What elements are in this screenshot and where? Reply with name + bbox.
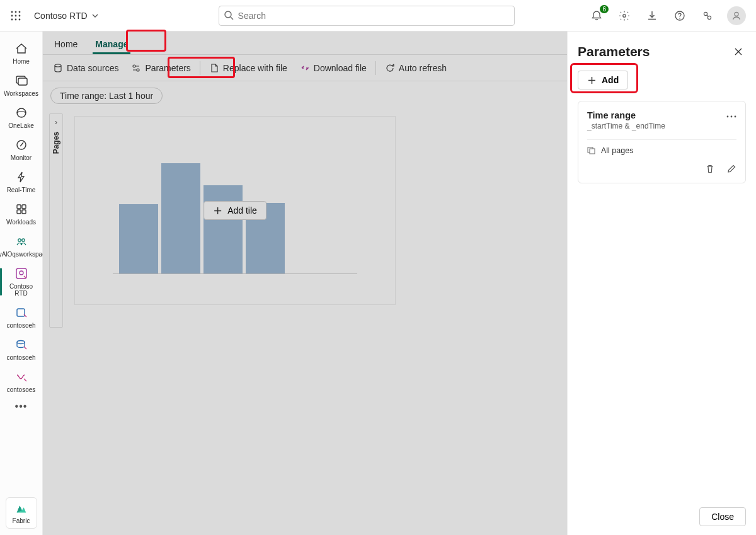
panel-close-button[interactable] [731,44,746,59]
svg-point-31 [55,64,61,67]
nav-home[interactable]: Home [3,38,40,69]
nav-label: Workloads [6,219,36,226]
bolt-icon [14,170,28,184]
nav-contosoes[interactable]: contosoes [3,366,40,397]
nav-realtime[interactable]: Real-Time [3,166,40,197]
parameters-icon [131,63,141,73]
svg-point-34 [727,116,729,118]
svg-point-6 [11,18,13,20]
search-icon [224,10,234,23]
notifications-icon[interactable]: 6 [588,8,605,24]
nav-onelake[interactable]: OneLake [3,102,40,133]
feedback-icon[interactable] [699,8,716,24]
svg-point-32 [133,65,135,67]
top-right: 6 [588,6,750,25]
nav-workspaces[interactable]: Workspaces [3,70,40,101]
nav-label: OneLake [8,122,34,129]
chevron-down-icon [91,12,99,20]
svg-rect-29 [17,309,25,316]
user-avatar[interactable] [727,6,746,25]
settings-icon[interactable] [616,8,633,24]
chart-bar [203,185,243,273]
cmd-replace-file[interactable]: Replace with file [203,59,294,77]
svg-point-15 [707,16,711,19]
svg-point-8 [19,18,21,20]
parameter-scope: All pages [587,146,736,155]
svg-point-16 [735,12,738,16]
delete-parameter-button[interactable] [705,164,715,176]
fabric-tile[interactable]: Fabric [6,497,37,529]
nav-label: myAlOqsworkspace [0,251,49,258]
svg-rect-24 [22,210,26,214]
onelake-icon [14,106,28,120]
database-icon [53,63,63,73]
nav-label: contosoeh [6,354,35,361]
workspaces-icon [14,74,28,88]
tab-manage[interactable]: Manage [93,35,130,54]
svg-point-7 [15,18,17,20]
svg-rect-22 [22,205,26,209]
nav-workloads[interactable]: Workloads [3,198,40,229]
edit-parameter-button[interactable] [726,164,736,176]
home-icon [14,42,28,55]
edit-icon [726,164,736,174]
separator [200,61,200,75]
nav-label: contosoes [7,386,36,393]
pages-label: Pages [52,132,60,154]
cmd-data-sources[interactable]: Data sources [47,59,125,77]
panel-close-footer-button[interactable]: Close [699,507,746,526]
card-more-button[interactable] [726,109,736,120]
nav-contoso-rtd[interactable]: Contoso RTD [3,263,40,301]
add-parameter-button[interactable]: Add [578,71,628,89]
svg-point-25 [18,239,20,241]
nav-myworkspace[interactable]: myAlOqsworkspace [3,231,40,262]
plus-icon [213,206,222,216]
nav-contosoeh-2[interactable]: contosoeh [3,334,40,365]
nav-contosoeh-1[interactable]: contosoeh [3,302,40,333]
svg-point-33 [137,69,139,71]
add-tile-button[interactable]: Add tile [203,201,266,220]
refresh-icon [385,63,395,73]
nav-label: Monitor [11,154,32,161]
download-icon[interactable] [644,8,660,24]
tab-home[interactable]: Home [52,35,80,54]
svg-point-14 [704,12,707,15]
workloads-icon [14,202,28,216]
cmd-download-file[interactable]: Download file [294,59,373,77]
pages-icon [587,147,596,154]
app-launcher-icon[interactable] [6,6,25,25]
time-range-pill[interactable]: Time range: Last 1 hour [50,88,163,104]
svg-point-0 [11,11,13,13]
svg-point-13 [679,18,680,19]
plus-icon [587,76,597,85]
chevron-right-icon: › [55,118,57,127]
kqldb-icon [14,338,28,352]
cmd-auto-refresh[interactable]: Auto refresh [379,59,453,77]
nav-more[interactable]: ••• [15,401,28,412]
nav-monitor[interactable]: Monitor [3,134,40,165]
help-icon[interactable] [672,8,688,24]
svg-rect-38 [590,149,595,154]
fabric-icon [14,502,28,516]
search-input[interactable] [219,6,515,26]
search-wrap [219,6,515,26]
svg-point-36 [735,116,736,118]
more-icon [726,115,736,118]
svg-point-35 [731,116,733,118]
cmd-parameters[interactable]: Parameters [125,59,197,77]
dashboard-tile: Add tile [74,116,396,305]
workspace-name: Contoso RTD [34,11,88,21]
pages-rail[interactable]: › Pages [49,113,63,328]
dashboard-icon [14,267,28,280]
trash-icon [705,164,715,174]
nav-label: Workspaces [4,90,38,97]
svg-point-1 [15,11,17,13]
parameters-panel: Parameters Add Time range _startTime & _… [567,32,756,535]
nav-label: Contoso RTD [3,283,40,297]
svg-point-28 [20,271,23,275]
parameter-name: Time range [587,110,736,120]
chart-bar [161,163,200,273]
svg-point-3 [11,14,13,16]
workspace-dropdown[interactable]: Contoso RTD [34,11,99,21]
svg-rect-21 [17,205,21,209]
